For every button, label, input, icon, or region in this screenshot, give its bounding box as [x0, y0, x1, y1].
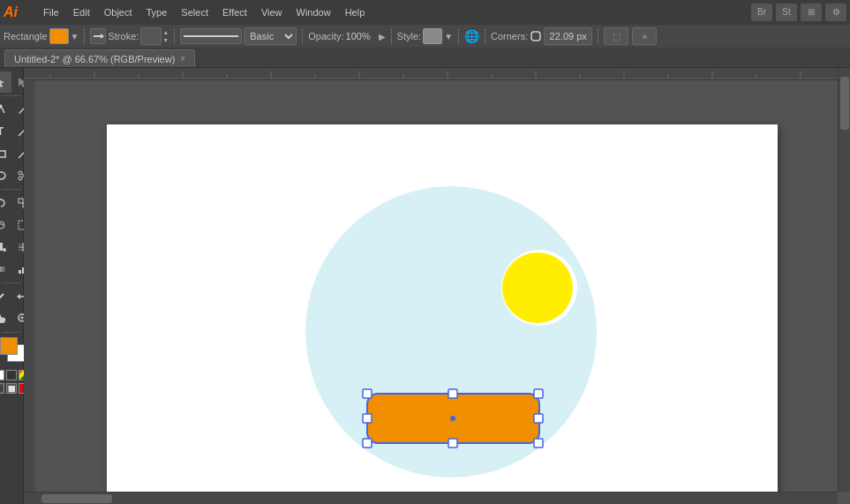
handle-tc	[448, 389, 457, 398]
corners-icon	[530, 30, 542, 42]
ruler-horizontal	[24, 68, 838, 80]
handle-tl	[363, 389, 372, 398]
type-tool[interactable]: T	[0, 121, 11, 142]
color-mode-btn[interactable]: ⬛	[0, 383, 4, 394]
rect-icon	[0, 147, 7, 160]
yellow-circle	[502, 252, 573, 323]
corners-label: Corners:	[491, 31, 528, 41]
fill-swatch[interactable]	[0, 337, 18, 355]
options-toolbar: Rectangle ▼ Stroke: ▲ ▼ Basic Opacity: 1…	[0, 24, 850, 49]
menu-select[interactable]: Select	[175, 5, 214, 19]
handle-mr	[534, 414, 543, 423]
menu-edit[interactable]: Edit	[67, 5, 96, 19]
opacity-control: Opacity: 100% ▶	[308, 31, 385, 41]
artwork-svg	[107, 124, 778, 492]
sep-1	[84, 28, 85, 44]
opacity-expand-btn[interactable]: ▶	[379, 32, 386, 41]
sep-2	[174, 28, 175, 44]
svg-rect-40	[24, 68, 838, 79]
tool-sep-4	[2, 332, 21, 333]
selection-arrow-icon	[0, 76, 7, 88]
selection-tool[interactable]	[0, 71, 11, 93]
menu-bar: Ai File Edit Object Type Select Effect V…	[0, 0, 850, 24]
scroll-thumb-h[interactable]	[41, 494, 112, 503]
paint-brush-tool[interactable]	[0, 237, 11, 258]
ellipse-icon	[0, 169, 7, 182]
svg-marker-35	[17, 294, 20, 299]
style-swatch[interactable]	[423, 28, 442, 44]
grid-icon[interactable]: ⊞	[801, 4, 822, 21]
svg-rect-9	[0, 151, 5, 157]
svg-rect-21	[0, 243, 3, 251]
menu-object[interactable]: Object	[98, 5, 139, 19]
warp-tool[interactable]	[0, 214, 11, 236]
hand-icon	[0, 312, 7, 325]
menu-file[interactable]: File	[37, 5, 65, 19]
svg-point-13	[19, 177, 22, 180]
tool-sep-2	[2, 189, 21, 190]
eyedropper-tool[interactable]	[0, 286, 11, 307]
globe-icon[interactable]: 🌐	[464, 29, 479, 43]
menu-effect[interactable]: Effect	[216, 5, 253, 19]
mini-none-swatch[interactable]	[0, 370, 4, 380]
sep-6	[485, 28, 485, 44]
fill-dropdown-arrow[interactable]: ▼	[71, 32, 79, 41]
stroke-up-arrow[interactable]: ▲	[162, 28, 169, 36]
arrange-button[interactable]: ⬚	[604, 27, 628, 45]
menu-help[interactable]: Help	[339, 5, 372, 19]
stroke-profile-select[interactable]: Basic	[244, 27, 297, 45]
stroke-width-input[interactable]	[140, 27, 162, 45]
menu-type[interactable]: Type	[140, 5, 174, 19]
type-icon: T	[0, 125, 4, 138]
center-dot	[450, 416, 455, 421]
shape-selector[interactable]: Rectangle ▼	[4, 28, 79, 44]
style-dropdown-arrow[interactable]: ▼	[444, 32, 453, 41]
more-options-button[interactable]: »	[632, 27, 657, 45]
hand-tool[interactable]	[0, 308, 11, 329]
menu-right-icons: Br St ⊞ ⚙	[751, 4, 846, 21]
app-logo: Ai	[4, 4, 28, 20]
handle-tr	[534, 389, 543, 398]
pen-tool[interactable]	[0, 99, 11, 120]
menu-view[interactable]: View	[255, 5, 289, 19]
scrollbar-vertical[interactable]	[838, 68, 850, 492]
left-toolbar: T	[0, 68, 24, 504]
gradient-icon	[0, 263, 7, 275]
stock-icon[interactable]: St	[776, 4, 797, 21]
tab-close-button[interactable]: ×	[180, 54, 185, 64]
eyedropper-icon	[0, 290, 7, 303]
canvas-content[interactable]	[36, 80, 838, 492]
fill-color-swatch[interactable]	[49, 28, 69, 44]
canvas-area	[24, 68, 850, 504]
rotate-tool[interactable]	[0, 192, 11, 214]
bridge-icon[interactable]: Br	[751, 4, 772, 21]
handle-ml	[363, 414, 372, 423]
menu-window[interactable]: Window	[290, 5, 337, 19]
pen-icon	[0, 103, 7, 116]
gradient-mode-btn[interactable]: ⬜	[6, 383, 17, 394]
scroll-thumb-v[interactable]	[840, 77, 849, 130]
document-tab[interactable]: Untitled-2* @ 66.67% (RGB/Preview) ×	[4, 49, 195, 67]
svg-rect-2	[531, 32, 540, 41]
ellipse-tool[interactable]	[0, 165, 11, 186]
corners-value-input[interactable]	[544, 27, 592, 45]
corners-control: Corners:	[491, 27, 592, 45]
paintbucket-icon	[0, 241, 7, 253]
stroke-spinners[interactable]: ▲ ▼	[162, 28, 169, 44]
svg-point-19	[0, 222, 4, 229]
svg-point-22	[3, 248, 6, 252]
stroke-down-arrow[interactable]: ▼	[162, 36, 169, 44]
stroke-style-selector[interactable]: Basic	[180, 27, 297, 45]
mini-black-swatch[interactable]	[6, 370, 17, 380]
ruler-h-svg	[24, 68, 838, 79]
ruler-v-svg	[24, 80, 36, 492]
svg-marker-1	[101, 34, 104, 39]
scrollbar-horizontal[interactable]	[24, 492, 838, 504]
gradient-tool[interactable]	[0, 259, 11, 280]
sep-3	[302, 28, 303, 44]
svg-rect-17	[19, 199, 23, 203]
rectangle-tool[interactable]	[0, 143, 11, 164]
sync-icon[interactable]: ⚙	[825, 4, 846, 21]
opacity-value: 100%	[346, 31, 377, 41]
main-area: T	[0, 68, 850, 504]
